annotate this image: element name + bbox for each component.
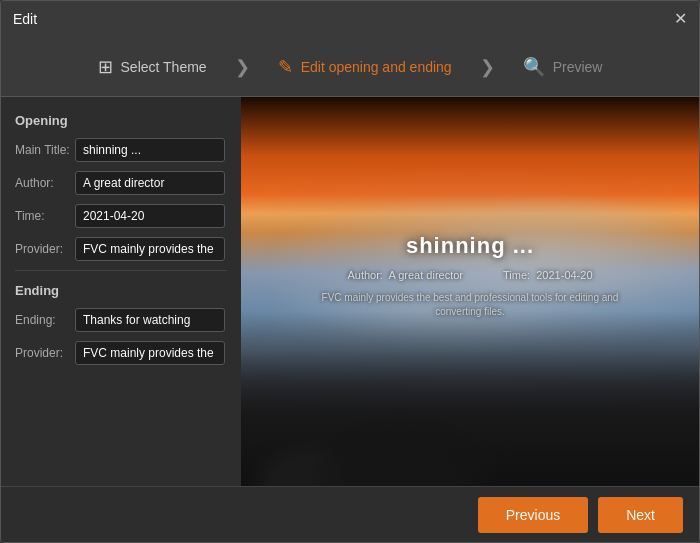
main-title-label: Main Title: (15, 143, 75, 157)
content-area: Opening Main Title: Author: Time: Provid… (1, 97, 699, 486)
select-theme-tab[interactable]: ⊞ Select Theme (78, 37, 227, 96)
arrow-right-icon-2: ❯ (472, 56, 503, 78)
preview-author-label: Author: (347, 269, 382, 281)
time-label: Time: (15, 209, 75, 223)
author-label: Author: (15, 176, 75, 190)
left-panel: Opening Main Title: Author: Time: Provid… (1, 97, 241, 486)
toolbar: ⊞ Select Theme ❯ ✎ Edit opening and endi… (1, 37, 699, 97)
author-input[interactable] (75, 171, 225, 195)
ending-input[interactable] (75, 308, 225, 332)
preview-main-title: shinning ... (406, 233, 534, 259)
next-button[interactable]: Next (598, 497, 683, 533)
time-input[interactable] (75, 204, 225, 228)
provider-row: Provider: (15, 237, 227, 261)
preview-panel: shinning ... Author: A great director Ti… (241, 97, 699, 486)
grid-icon: ⊞ (98, 56, 113, 78)
main-title-row: Main Title: (15, 138, 227, 162)
preview-time-label: Time: (503, 269, 530, 281)
section-divider (15, 270, 227, 271)
preview-tab[interactable]: 🔍 Preview (503, 37, 623, 96)
provider-input[interactable] (75, 237, 225, 261)
preview-author-value: A great director (388, 269, 463, 281)
edit-icon: ✎ (278, 56, 293, 78)
provider-label: Provider: (15, 242, 75, 256)
ending-provider-row: Provider: (15, 341, 227, 365)
preview-label: Preview (553, 59, 603, 75)
ending-field-label: Ending: (15, 313, 75, 327)
search-icon: 🔍 (523, 56, 545, 78)
select-theme-label: Select Theme (121, 59, 207, 75)
ending-section-label: Ending (15, 283, 227, 298)
preview-time: Time: 2021-04-20 (503, 269, 593, 281)
opening-section-label: Opening (15, 113, 227, 128)
previous-button[interactable]: Previous (478, 497, 588, 533)
edit-dialog: Edit ✕ ⊞ Select Theme ❯ ✎ Edit opening a… (0, 0, 700, 543)
close-button[interactable]: ✕ (674, 11, 687, 27)
preview-provider-text: FVC mainly provides the best and profess… (320, 291, 620, 319)
preview-time-value: 2021-04-20 (536, 269, 592, 281)
edit-opening-ending-tab[interactable]: ✎ Edit opening and ending (258, 37, 472, 96)
edit-opening-label: Edit opening and ending (301, 59, 452, 75)
dialog-title: Edit (13, 11, 37, 27)
arrow-right-icon-1: ❯ (227, 56, 258, 78)
ending-provider-input[interactable] (75, 341, 225, 365)
preview-background: shinning ... Author: A great director Ti… (241, 97, 699, 486)
ending-row: Ending: (15, 308, 227, 332)
main-title-input[interactable] (75, 138, 225, 162)
ending-provider-label: Provider: (15, 346, 75, 360)
preview-meta: Author: A great director Time: 2021-04-2… (347, 269, 592, 281)
time-row: Time: (15, 204, 227, 228)
preview-author: Author: A great director (347, 269, 463, 281)
title-bar: Edit ✕ (1, 1, 699, 37)
footer: Previous Next (1, 486, 699, 542)
preview-overlay: shinning ... Author: A great director Ti… (241, 233, 699, 319)
author-row: Author: (15, 171, 227, 195)
